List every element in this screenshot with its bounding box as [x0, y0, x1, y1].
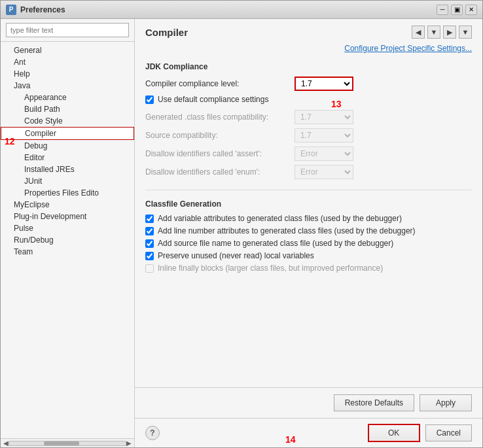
generated-select[interactable]: 1.7	[295, 110, 353, 124]
check3-row: Add source file name to generated class …	[145, 239, 472, 248]
sidebar-item-compiler[interactable]: Compiler	[1, 127, 134, 140]
right-panel: Compiler ◀ ▼ ▶ ▼ Configure Project Speci…	[135, 19, 482, 387]
check5-checkbox[interactable]	[145, 264, 154, 273]
jdk-section-title: JDK Compliance	[145, 62, 472, 71]
annotation-12: 12	[5, 136, 15, 146]
classfile-section-title: Classfile Generation	[145, 199, 472, 209]
compliance-label: Compiler compliance level:	[145, 79, 289, 88]
scrollbar-thumb[interactable]	[44, 441, 79, 445]
apply-button[interactable]: Apply	[420, 394, 472, 411]
scroll-right-icon[interactable]: ▶	[126, 439, 132, 447]
search-input[interactable]	[6, 23, 129, 37]
compliance-row: Compiler compliance level: 1.7 1.6 1.5	[145, 77, 472, 91]
disallow-assert-label: Disallow identifiers called 'assert':	[145, 149, 289, 158]
separator	[145, 190, 472, 190]
sidebar-scrollbar[interactable]: ◀ ▶	[1, 438, 134, 447]
app-icon: P	[6, 5, 16, 15]
generated-label: Generated .class files compatibility:	[145, 112, 289, 122]
sidebar: General Ant Help Java Appearance Build P…	[1, 19, 135, 447]
sidebar-item-ant[interactable]: Ant	[1, 56, 134, 68]
check4-label: Preserve unused (never read) local varia…	[158, 251, 314, 260]
nav-menu-button[interactable]: ▼	[459, 26, 472, 39]
preferences-window: P Preferences ─ ▣ ✕ General Ant	[0, 0, 483, 448]
use-default-row: Use default compliance settings	[145, 95, 472, 104]
nav-forward-button[interactable]: ▶	[443, 26, 456, 39]
tree-container: General Ant Help Java Appearance Build P…	[1, 42, 134, 438]
sidebar-item-general[interactable]: General	[1, 44, 134, 56]
right-area: Compiler ◀ ▼ ▶ ▼ Configure Project Speci…	[135, 19, 482, 447]
sidebar-item-pulse[interactable]: Pulse	[1, 222, 134, 234]
generated-row: Generated .class files compatibility: 1.…	[145, 110, 472, 124]
panel-header: Compiler ◀ ▼ ▶ ▼	[145, 26, 472, 39]
source-compat-label: Source compatibility:	[145, 131, 289, 140]
configure-link[interactable]: Configure Project Specific Settings...	[145, 44, 472, 53]
disallow-enum-select[interactable]: Error	[295, 165, 353, 179]
check5-row: Inline finally blocks (larger class file…	[145, 264, 472, 273]
check2-label: Add line number attributes to generated …	[158, 226, 416, 235]
bottom-row: ? OK Cancel	[135, 418, 482, 447]
source-compat-row: Source compatibility: 1.7	[145, 128, 472, 143]
ok-button[interactable]: OK	[368, 424, 420, 442]
check3-checkbox[interactable]	[145, 239, 154, 248]
check1-checkbox[interactable]	[145, 215, 154, 223]
use-default-checkbox[interactable]	[145, 95, 154, 104]
check4-checkbox[interactable]	[145, 252, 154, 260]
disallow-enum-label: Disallow identifiers called 'enum':	[145, 167, 289, 177]
nav-dropdown-button[interactable]: ▼	[427, 26, 440, 39]
sidebar-item-help[interactable]: Help	[1, 68, 134, 80]
sidebar-item-debug[interactable]: Debug	[1, 140, 134, 152]
scrollbar-track[interactable]	[9, 441, 126, 446]
disallow-assert-select[interactable]: Error	[295, 146, 353, 161]
button-row: Restore Defaults Apply	[135, 387, 482, 418]
sidebar-item-junit[interactable]: JUnit	[1, 175, 134, 187]
minimize-button[interactable]: ─	[437, 5, 448, 15]
source-compat-select[interactable]: 1.7	[295, 128, 353, 143]
sidebar-item-installed-jres[interactable]: Installed JREs	[1, 164, 134, 175]
nav-back-button[interactable]: ◀	[412, 26, 425, 39]
compliance-select[interactable]: 1.7 1.6 1.5	[295, 77, 353, 91]
restore-defaults-button[interactable]: Restore Defaults	[334, 394, 414, 411]
sidebar-item-build-path[interactable]: Build Path	[1, 103, 134, 115]
panel-nav: ◀ ▼ ▶ ▼	[412, 26, 472, 39]
sidebar-item-run-debug[interactable]: Run/Debug	[1, 234, 134, 246]
help-button[interactable]: ?	[145, 426, 160, 440]
check1-row: Add variable attributes to generated cla…	[145, 214, 472, 223]
close-button[interactable]: ✕	[465, 5, 477, 15]
check2-row: Add line number attributes to generated …	[145, 226, 472, 235]
sidebar-item-plugin-dev[interactable]: Plug-in Development	[1, 211, 134, 222]
disallow-assert-row: Disallow identifiers called 'assert': Er…	[145, 146, 472, 161]
window-controls: ─ ▣ ✕	[437, 5, 477, 15]
restore-button[interactable]: ▣	[451, 5, 463, 15]
ok-cancel-group: OK Cancel	[368, 424, 472, 442]
sidebar-item-editor[interactable]: Editor	[1, 152, 134, 164]
panel-title: Compiler	[145, 27, 188, 38]
check5-label: Inline finally blocks (larger class file…	[158, 264, 383, 273]
use-default-label: Use default compliance settings	[158, 95, 268, 104]
annotation-13: 13	[331, 99, 342, 109]
scroll-left-icon[interactable]: ◀	[3, 439, 9, 447]
sidebar-item-java[interactable]: Java	[1, 80, 134, 92]
cancel-button[interactable]: Cancel	[425, 424, 472, 441]
sidebar-item-team[interactable]: Team	[1, 246, 134, 258]
main-content: General Ant Help Java Appearance Build P…	[1, 19, 482, 447]
sidebar-item-appearance[interactable]: Appearance	[1, 92, 134, 103]
title-bar: P Preferences ─ ▣ ✕	[1, 1, 482, 19]
sidebar-item-code-style[interactable]: Code Style	[1, 115, 134, 127]
disallow-enum-row: Disallow identifiers called 'enum': Erro…	[145, 165, 472, 179]
check1-label: Add variable attributes to generated cla…	[158, 214, 402, 223]
sidebar-item-properties-files[interactable]: Properties Files Edito	[1, 187, 134, 199]
check4-row: Preserve unused (never read) local varia…	[145, 251, 472, 260]
window-title: Preferences	[20, 5, 433, 14]
check2-checkbox[interactable]	[145, 227, 154, 235]
search-box	[1, 19, 134, 42]
check3-label: Add source file name to generated class …	[158, 239, 393, 248]
sidebar-item-myeclipse[interactable]: MyEclipse	[1, 199, 134, 211]
